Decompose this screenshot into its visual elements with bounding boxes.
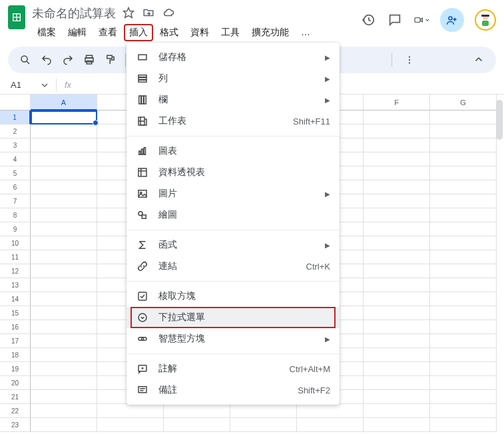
row-header[interactable]: 6 (0, 180, 31, 194)
menu-item-儲存格[interactable]: 儲存格▶ (126, 47, 340, 68)
cell[interactable] (364, 180, 430, 194)
row-header[interactable]: 4 (0, 152, 31, 166)
dropdown-chip[interactable] (35, 112, 93, 122)
cell[interactable] (430, 404, 497, 418)
vertical-scrollbar[interactable] (496, 100, 503, 140)
redo-icon[interactable] (59, 51, 77, 69)
menu-item-繪圖[interactable]: 繪圖 (126, 204, 340, 226)
cell[interactable] (430, 362, 497, 376)
menu-item-下拉式選單[interactable]: 下拉式選單 (126, 307, 340, 328)
cell[interactable] (364, 208, 430, 222)
comment-icon[interactable] (387, 12, 403, 28)
menu-查看[interactable]: 查看 (93, 24, 123, 41)
menu-編輯[interactable]: 編輯 (63, 24, 92, 41)
cell[interactable] (31, 222, 97, 236)
menu-item-核取方塊[interactable]: 核取方塊 (126, 286, 340, 307)
cell[interactable] (31, 334, 97, 348)
cell[interactable] (31, 404, 97, 418)
cell[interactable] (430, 222, 497, 236)
row-header[interactable]: 19 (0, 362, 31, 376)
menu-資料[interactable]: 資料 (185, 24, 214, 41)
menu-item-欄[interactable]: 欄▶ (126, 89, 340, 110)
cell[interactable] (31, 292, 97, 306)
cell[interactable] (430, 124, 497, 138)
menu-插入[interactable]: 插入 (124, 24, 153, 41)
cell[interactable] (31, 180, 97, 194)
menu-格式[interactable]: 格式 (154, 24, 184, 41)
cell[interactable] (364, 194, 430, 208)
menu-item-函式[interactable]: 函式▶ (126, 234, 340, 256)
share-button[interactable] (440, 8, 464, 32)
history-icon[interactable] (360, 12, 376, 28)
sheets-logo[interactable] (8, 5, 25, 29)
cell[interactable] (364, 110, 430, 124)
cell[interactable] (430, 320, 497, 334)
select-all-corner[interactable] (0, 95, 31, 110)
cell[interactable] (430, 348, 497, 362)
col-header-F[interactable]: F (364, 95, 430, 110)
menu-item-資料透視表[interactable]: 資料透視表 (126, 162, 340, 183)
cell[interactable] (364, 124, 430, 138)
cell[interactable] (430, 166, 497, 180)
cell[interactable] (364, 292, 430, 306)
print-icon[interactable] (80, 51, 99, 69)
cell[interactable] (430, 418, 497, 432)
col-header-A[interactable]: A (31, 95, 97, 110)
menu-檔案[interactable]: 檔案 (32, 24, 61, 41)
cell[interactable] (430, 390, 497, 404)
cell[interactable] (31, 124, 97, 138)
account-avatar[interactable] (475, 9, 496, 31)
cell[interactable] (97, 404, 164, 418)
cell[interactable] (430, 180, 497, 194)
cell[interactable] (31, 320, 97, 334)
cell[interactable] (430, 334, 497, 348)
cell[interactable] (230, 404, 297, 418)
row-header[interactable]: 3 (0, 138, 31, 152)
cell[interactable] (31, 208, 97, 222)
menu-item-圖片[interactable]: 圖片▶ (126, 183, 340, 204)
row-header[interactable]: 12 (0, 264, 31, 278)
more-vert-icon[interactable] (400, 51, 419, 69)
cell[interactable] (364, 418, 430, 432)
menu-item-連結[interactable]: 連結Ctrl+K (126, 256, 340, 277)
name-box[interactable]: A1 (5, 80, 53, 90)
cell[interactable] (430, 376, 497, 390)
menu-item-圖表[interactable]: 圖表 (126, 140, 340, 162)
cell[interactable] (31, 376, 97, 390)
menu-item-工作表[interactable]: 工作表Shift+F11 (126, 110, 340, 132)
cell[interactable] (364, 236, 430, 250)
cell[interactable] (31, 250, 97, 264)
row-header[interactable]: 8 (0, 208, 31, 222)
menu-…[interactable]: … (296, 24, 316, 41)
cell[interactable] (164, 418, 230, 432)
cell[interactable] (31, 264, 97, 278)
cell[interactable] (364, 390, 430, 404)
cell[interactable] (31, 278, 97, 292)
collapse-icon[interactable] (469, 51, 488, 69)
cell[interactable] (430, 138, 497, 152)
cell[interactable] (430, 208, 497, 222)
row-header[interactable]: 20 (0, 376, 31, 390)
cell[interactable] (364, 348, 430, 362)
row-header[interactable]: 18 (0, 348, 31, 362)
star-icon[interactable] (123, 7, 134, 21)
row-header[interactable]: 7 (0, 194, 31, 208)
menu-item-列[interactable]: 列▶ (126, 68, 340, 89)
meet-icon[interactable] (413, 12, 429, 28)
cell[interactable] (430, 264, 497, 278)
menu-item-註解[interactable]: 註解Ctrl+Alt+M (126, 358, 340, 379)
cell[interactable] (364, 222, 430, 236)
paint-format-icon[interactable] (101, 51, 120, 69)
cell[interactable] (430, 292, 497, 306)
cell[interactable] (31, 348, 97, 362)
row-header[interactable]: 15 (0, 306, 31, 320)
cell[interactable] (230, 418, 297, 432)
cell[interactable] (31, 390, 97, 404)
cell[interactable] (364, 376, 430, 390)
row-header[interactable]: 17 (0, 334, 31, 348)
col-header-G[interactable]: G (430, 95, 497, 110)
row-header[interactable]: 22 (0, 404, 31, 418)
row-header[interactable]: 2 (0, 124, 31, 138)
row-header[interactable]: 14 (0, 292, 31, 306)
cell[interactable] (364, 404, 430, 418)
